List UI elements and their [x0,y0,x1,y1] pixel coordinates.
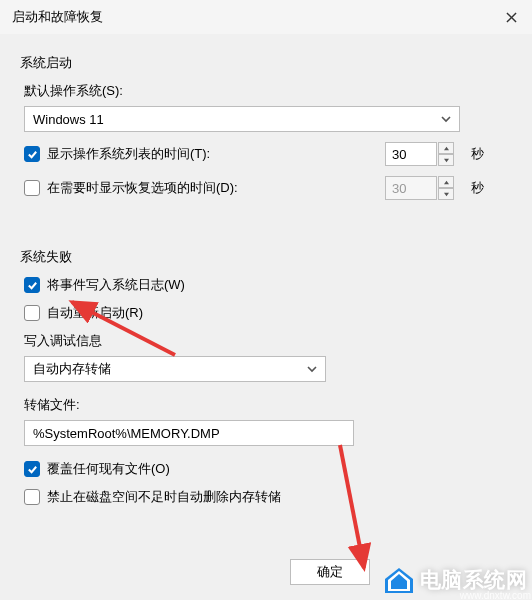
debug-value: 自动内存转储 [33,360,111,378]
show-os-list-value[interactable]: 30 [385,142,437,166]
dump-file-label: 转储文件: [24,396,514,414]
default-os-select[interactable]: Windows 11 [24,106,460,132]
show-os-list-label: 显示操作系统列表的时间(T): [47,145,210,163]
spinner-up-button [438,176,454,188]
dump-file-value: %SystemRoot%\MEMORY.DMP [33,426,220,441]
svg-marker-3 [444,158,449,161]
auto-restart-label: 自动重新启动(R) [47,304,143,322]
no-delete-label: 禁止在磁盘空间不足时自动删除内存转储 [47,488,281,506]
chevron-down-icon [441,112,451,127]
failure-group-title: 系统失败 [20,248,514,266]
window-title: 启动和故障恢复 [12,8,103,26]
content-area: 系统启动 默认操作系统(S): Windows 11 显示操作系统列表的时间(T… [0,34,532,526]
debug-select[interactable]: 自动内存转储 [24,356,326,382]
overwrite-checkbox[interactable] [24,461,40,477]
show-recovery-value: 30 [385,176,437,200]
write-log-checkbox[interactable] [24,277,40,293]
svg-marker-4 [444,180,449,183]
show-recovery-checkbox[interactable] [24,180,40,196]
spinner-up-button[interactable] [438,142,454,154]
no-delete-checkbox[interactable] [24,489,40,505]
close-button[interactable] [500,6,522,28]
startup-group-title: 系统启动 [20,54,514,72]
ok-button-label: 确定 [317,563,343,581]
default-os-value: Windows 11 [33,112,104,127]
overwrite-label: 覆盖任何现有文件(O) [47,460,170,478]
debug-label: 写入调试信息 [24,332,514,350]
show-os-list-spinner[interactable]: 30 [385,142,454,166]
dump-file-input[interactable]: %SystemRoot%\MEMORY.DMP [24,420,354,446]
svg-marker-5 [444,192,449,195]
spinner-down-button[interactable] [438,154,454,166]
unit-seconds: 秒 [471,145,484,163]
svg-marker-2 [444,146,449,149]
ok-button[interactable]: 确定 [290,559,370,585]
show-recovery-label: 在需要时显示恢复选项的时间(D): [47,179,238,197]
show-recovery-spinner: 30 [385,176,454,200]
default-os-label: 默认操作系统(S): [24,82,514,100]
chevron-down-icon [307,362,317,377]
unit-seconds: 秒 [471,179,484,197]
watermark-url: www.dnxtw.com [460,590,531,600]
write-log-label: 将事件写入系统日志(W) [47,276,185,294]
house-icon [382,565,416,595]
auto-restart-checkbox[interactable] [24,305,40,321]
spinner-down-button [438,188,454,200]
titlebar: 启动和故障恢复 [0,0,532,34]
show-os-list-checkbox[interactable] [24,146,40,162]
